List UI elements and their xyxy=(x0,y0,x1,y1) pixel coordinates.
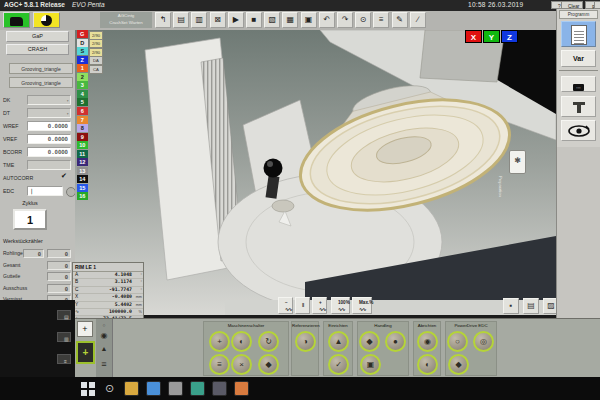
spindle-switch-button[interactable]: + xyxy=(209,331,230,352)
crash-button[interactable]: CRASH xyxy=(6,44,69,55)
edc-right-button[interactable]: ◎ xyxy=(473,331,494,352)
search-button[interactable]: ⊙ xyxy=(102,381,117,396)
coolant-switch-button[interactable]: ◐ xyxy=(231,331,252,352)
measure-switch-button[interactable]: ≡ xyxy=(209,354,230,375)
axis-chip-5[interactable]: 5 xyxy=(77,98,88,106)
new-doc-button[interactable]: ▤ xyxy=(173,12,189,28)
report-button[interactable]: ▤ xyxy=(523,298,539,314)
visibility-button[interactable] xyxy=(561,120,596,141)
io-status-button[interactable]: :::: xyxy=(561,76,596,92)
machine-connect-button[interactable] xyxy=(3,12,30,28)
dress-wheel-button[interactable]: ◉ xyxy=(417,331,438,352)
axis-chip-14[interactable]: 14 xyxy=(77,175,88,183)
axis-chip-6[interactable]: 6 xyxy=(77,107,88,115)
clear-button[interactable]: Clear xyxy=(561,1,583,9)
axis-chip-Z[interactable]: Z xyxy=(77,56,88,64)
dk-field[interactable]: ▾ xyxy=(27,95,71,105)
axis-chip-G[interactable]: G xyxy=(77,30,88,38)
close-doc-button[interactable]: ⊠ xyxy=(210,12,226,28)
setup-flag-button[interactable]: ▲ xyxy=(328,331,349,352)
axis-chip-15[interactable]: 15 xyxy=(77,184,88,192)
program-dropdown-1[interactable]: Grooving_triangle xyxy=(9,63,73,74)
clamp-switch-button[interactable]: × xyxy=(231,354,252,375)
gap-button[interactable]: GaP xyxy=(6,31,69,42)
axis-chip-13[interactable]: 13 xyxy=(77,167,88,175)
axis-chip-2[interactable]: 2 xyxy=(77,73,88,81)
export-doc-button[interactable]: ▦ xyxy=(282,12,298,28)
redo-button[interactable]: ↷ xyxy=(337,12,353,28)
speed-up-button[interactable]: +∿∿ xyxy=(312,297,327,314)
axis-chip-S[interactable]: S xyxy=(77,47,88,55)
preparation-tool-button[interactable]: ✱ xyxy=(509,150,526,174)
loader-left-button[interactable]: ◆ xyxy=(359,331,380,352)
file-explorer-icon[interactable] xyxy=(124,381,139,396)
dress-disc-button[interactable]: ◐ xyxy=(417,354,438,375)
speed-100-button[interactable]: 100%∿∿ xyxy=(331,297,350,314)
program-button[interactable] xyxy=(561,21,596,47)
browser-icon[interactable] xyxy=(146,381,161,396)
run-button[interactable]: ▶ xyxy=(228,12,244,28)
app-icon-4[interactable] xyxy=(234,381,249,396)
zoom-button[interactable]: ⊙ xyxy=(355,12,371,28)
edc-left-button[interactable]: ○ xyxy=(447,331,468,352)
tool-holder-button[interactable] xyxy=(561,96,596,117)
reference-axes-button[interactable]: ◑ xyxy=(295,331,316,352)
app-icon-3[interactable] xyxy=(212,381,227,396)
axis-chip-7[interactable]: 7 xyxy=(77,116,88,124)
var-button[interactable]: Var xyxy=(561,50,596,67)
zyklus-button[interactable]: 1 xyxy=(13,209,47,230)
axis-chip-16[interactable]: 16 xyxy=(77,192,88,200)
vref-field[interactable]: 0.0000 xyxy=(27,134,71,144)
doc-list-button[interactable]: ▣ xyxy=(301,12,317,28)
open-doc-button[interactable]: ▥ xyxy=(191,12,207,28)
start-button[interactable] xyxy=(80,381,95,396)
program-dropdown-2[interactable]: Grooving_triangle xyxy=(9,77,73,88)
app-icon-1[interactable] xyxy=(168,381,183,396)
copy-doc-button[interactable]: ▧ xyxy=(264,12,280,28)
back-button[interactable]: ↰ xyxy=(155,12,171,28)
tme-field[interactable] xyxy=(27,160,71,170)
gripper-button[interactable]: ▣ xyxy=(360,354,381,375)
panel-tool-button[interactable]: + xyxy=(77,321,93,337)
bcorr-field[interactable]: 0.0000 xyxy=(27,147,71,157)
loader-right-button[interactable]: ● xyxy=(385,331,406,352)
mini-list-icon[interactable]: ≡ xyxy=(57,354,71,364)
mini-grid-icon[interactable]: ▥ xyxy=(57,332,71,342)
axis-chip-1[interactable]: 1 xyxy=(77,64,88,72)
wref-field[interactable]: 0.0000 xyxy=(27,121,71,131)
sheet-stack-icon[interactable]: ≡ xyxy=(96,359,112,369)
measure-button[interactable]: ∕ xyxy=(410,12,426,28)
stop-button[interactable]: ■ xyxy=(246,12,262,28)
undo-button[interactable]: ↶ xyxy=(319,12,335,28)
edc-input[interactable]: | xyxy=(27,186,63,196)
axis-chip-9[interactable]: 9 xyxy=(77,133,88,141)
simulation-viewport[interactable]: XYZ RIM LE 1 A4.1048°B3.1174°C-91.7747°X… xyxy=(75,30,556,318)
speed-down-button[interactable]: −∿∿ xyxy=(278,297,293,314)
app-icon-2[interactable] xyxy=(190,381,205,396)
edit-button[interactable]: ✎ xyxy=(392,12,408,28)
turn-switch-button[interactable]: ◆ xyxy=(258,354,279,375)
pause-button[interactable]: ‖ xyxy=(295,297,310,314)
print-button[interactable]: ≡ xyxy=(373,12,389,28)
axis-chip-11[interactable]: 11 xyxy=(77,150,88,158)
log-button[interactable]: ▥ xyxy=(594,1,600,9)
dt-field[interactable]: ▾ xyxy=(27,108,71,118)
active-mode-button[interactable]: + xyxy=(76,341,95,364)
speed-max-button[interactable]: Max.%∿∿ xyxy=(352,297,372,314)
axis-chip-D[interactable]: D xyxy=(77,39,88,47)
setup-hand-button[interactable]: ✓ xyxy=(328,354,349,375)
rotate-switch-button[interactable]: ↻ xyxy=(258,331,279,352)
wheel-icon[interactable]: ◉ xyxy=(96,331,112,340)
axis-chip-10[interactable]: 10 xyxy=(77,141,88,149)
axis-chip-3[interactable]: 3 xyxy=(77,81,88,89)
axis-chip-12[interactable]: 12 xyxy=(77,158,88,166)
snapshot-button[interactable]: ▪ xyxy=(503,298,519,314)
edc-drive-button[interactable]: ◆ xyxy=(448,354,469,375)
mini-doc-icon[interactable]: ▤ xyxy=(57,310,71,320)
lamp-icon[interactable]: ▲ xyxy=(96,345,112,352)
autocorr-checkbox[interactable]: ✔ xyxy=(61,172,67,180)
cycle-state-button[interactable] xyxy=(33,12,60,28)
axis-chip-4[interactable]: 4 xyxy=(77,90,88,98)
dot-icon[interactable]: ○ xyxy=(96,322,112,328)
axis-chip-8[interactable]: 8 xyxy=(77,124,88,132)
